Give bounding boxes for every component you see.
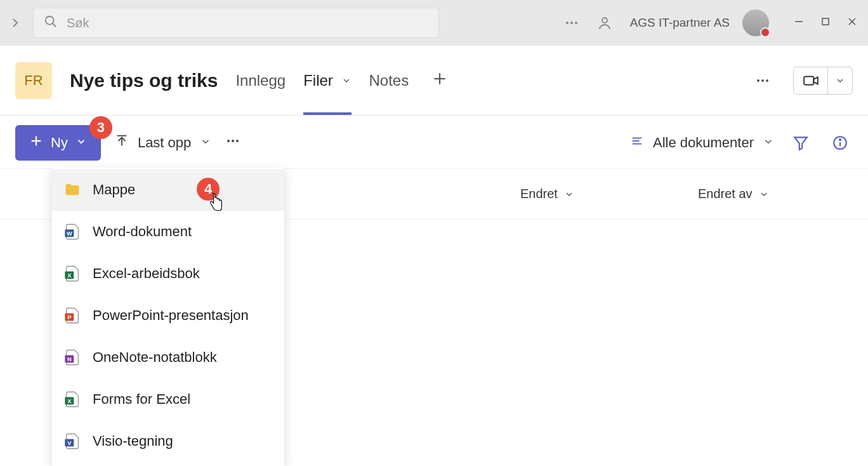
visio-icon: V (63, 432, 81, 451)
column-modified-label: Endret (520, 187, 558, 201)
svg-text:X: X (67, 398, 72, 404)
chevron-down-icon (76, 135, 87, 151)
svg-rect-15 (804, 76, 813, 84)
dropdown-item-excel[interactable]: X Excel-arbeidsbok (52, 253, 284, 295)
dropdown-item-label: Forms for Excel (93, 391, 190, 408)
svg-marker-16 (813, 77, 818, 84)
people-icon[interactable] (592, 10, 617, 36)
svg-line-1 (53, 23, 56, 27)
dropdown-item-label: Excel-arbeidsbok (93, 265, 200, 282)
chevron-down-icon (341, 76, 352, 88)
svg-text:N: N (67, 356, 72, 363)
svg-point-21 (227, 140, 230, 142)
view-switcher[interactable]: Alle dokumenter (630, 134, 774, 152)
annotation-badge-3: 3 (89, 116, 112, 139)
org-name: AGS IT-partner AS (630, 16, 730, 30)
filter-icon[interactable] (788, 130, 813, 156)
view-label: Alle dokumenter (653, 135, 754, 151)
maximize-button[interactable] (821, 17, 830, 29)
svg-text:W: W (67, 230, 72, 237)
meet-button-group (793, 67, 853, 95)
svg-point-2 (566, 22, 569, 24)
excel-icon: X (63, 390, 81, 409)
column-modified-by[interactable]: Endret av (698, 187, 850, 201)
dropdown-item-powerpoint[interactable]: P PowerPoint-presentasjon (52, 295, 284, 336)
list-icon (630, 134, 644, 152)
powerpoint-icon: P (63, 306, 81, 325)
svg-rect-7 (822, 18, 829, 25)
minimize-button[interactable] (794, 17, 803, 29)
dropdown-item-label: OneNote-notatblokk (93, 349, 217, 366)
svg-text:P: P (67, 314, 71, 321)
svg-point-5 (602, 18, 607, 23)
new-button-label: Ny (51, 135, 68, 151)
tab-posts[interactable]: Innlegg (235, 65, 286, 96)
upload-icon (115, 134, 129, 152)
channel-more-icon[interactable] (750, 68, 775, 93)
channel-title: Nye tips og triks (70, 70, 218, 91)
upload-button[interactable]: Last opp (115, 134, 211, 152)
search-icon (44, 15, 58, 31)
chevron-down-icon (763, 135, 774, 151)
chevron-down-icon (200, 135, 211, 151)
tab-files[interactable]: Filer (303, 65, 351, 96)
dropdown-item-label: Word-dokument (93, 223, 192, 240)
svg-point-0 (46, 17, 54, 25)
svg-marker-27 (794, 137, 807, 150)
close-button[interactable] (848, 17, 857, 29)
dropdown-item-folder[interactable]: Mappe 4 (52, 169, 284, 211)
search-input[interactable] (67, 16, 428, 30)
dropdown-item-label: PowerPoint-presentasjon (93, 307, 249, 324)
toolbar-more-icon[interactable] (225, 133, 240, 152)
window-controls (794, 17, 857, 29)
svg-point-30 (839, 139, 841, 140)
new-dropdown: Mappe 4 W Word-dokument X Excel-arbeidsb… (52, 168, 284, 466)
files-toolbar: Ny 3 Last opp Alle dokumenter (0, 117, 868, 169)
tab-notes[interactable]: Notes (369, 65, 409, 96)
svg-text:X: X (67, 272, 72, 279)
plus-icon (29, 134, 43, 152)
dropdown-item-label: Visio-tegning (93, 433, 173, 449)
column-modified-by-label: Endret av (698, 187, 753, 201)
new-button[interactable]: Ny 3 (15, 125, 101, 161)
more-icon[interactable] (559, 10, 584, 36)
title-bar: AGS IT-partner AS (0, 0, 868, 46)
info-icon[interactable] (827, 130, 853, 156)
svg-point-14 (766, 79, 768, 82)
tab-files-label: Filer (303, 72, 333, 89)
svg-text:V: V (67, 440, 72, 446)
add-tab-button[interactable] (431, 70, 448, 91)
presence-busy-icon (760, 27, 770, 37)
onenote-icon: N (63, 348, 81, 367)
channel-header: FR Nye tips og triks Innlegg Filer Notes (0, 46, 868, 116)
upload-label: Last opp (138, 135, 191, 151)
avatar[interactable] (742, 10, 769, 36)
nav-forward-icon[interactable] (5, 13, 25, 33)
meet-button[interactable] (794, 67, 828, 94)
excel-icon: X (63, 264, 81, 283)
dropdown-item-visio[interactable]: V Visio-tegning (52, 420, 284, 462)
dropdown-item-onenote[interactable]: N OneNote-notatblokk (52, 336, 284, 378)
svg-point-23 (236, 140, 239, 142)
svg-point-4 (575, 22, 577, 24)
dropdown-item-forms-excel[interactable]: X Forms for Excel (52, 378, 284, 420)
channel-avatar: FR (15, 62, 52, 99)
svg-point-13 (761, 79, 764, 82)
meet-chevron[interactable] (828, 67, 852, 94)
column-modified[interactable]: Endret (520, 187, 698, 201)
dropdown-item-label: Mappe (93, 182, 135, 198)
search-box[interactable] (33, 8, 439, 38)
annotation-badge-4: 4 (197, 178, 220, 201)
svg-point-3 (570, 22, 573, 24)
svg-point-12 (757, 79, 760, 82)
dropdown-item-word[interactable]: W Word-dokument (52, 211, 284, 253)
folder-icon (63, 180, 81, 199)
svg-point-22 (232, 140, 234, 142)
word-icon: W (63, 222, 81, 241)
